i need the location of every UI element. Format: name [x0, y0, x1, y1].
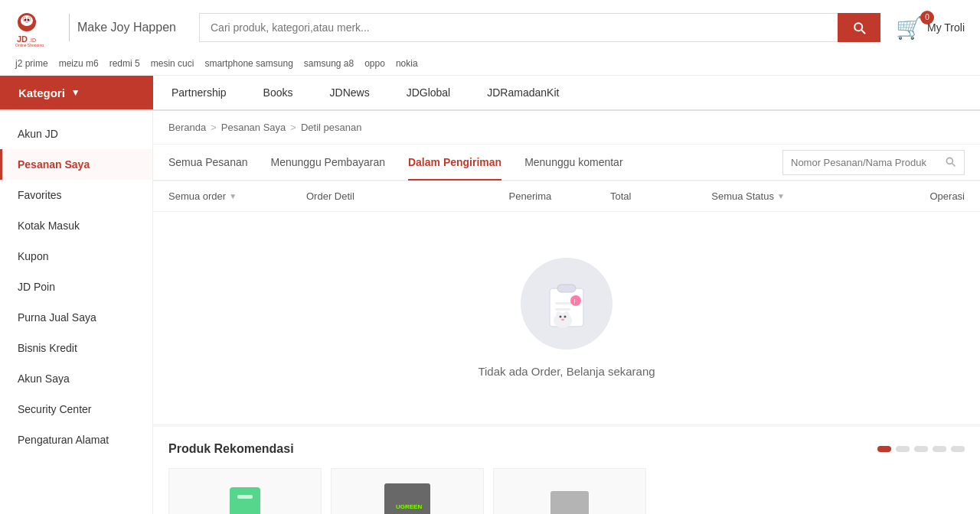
rec-dots	[877, 446, 965, 452]
svg-point-23	[561, 319, 564, 320]
rec-product-3[interactable]	[493, 468, 646, 514]
rec-product-1[interactable]	[168, 468, 322, 514]
rec-products: UGREEN	[168, 468, 965, 514]
svg-rect-15	[555, 308, 570, 311]
sidebar-item-kupon[interactable]: Kupon	[0, 241, 152, 272]
sidebar-item-favorites[interactable]: Favorites	[0, 180, 152, 210]
nav-bar: Kategori ▼ Partnership Books JDNews JDGl…	[0, 76, 980, 111]
main-container: Akun JD Pesanan Saya Favorites Kotak Mas…	[0, 111, 980, 514]
svg-point-4	[24, 19, 27, 21]
rec-title: Produk Rekomendasi	[168, 442, 294, 456]
svg-point-16	[570, 295, 581, 306]
nav-link-partnership[interactable]: Partnership	[153, 76, 245, 109]
nav-link-jdramadankit[interactable]: JDRamadanKit	[469, 76, 577, 109]
sidebar-item-pesanansaya[interactable]: Pesanan Saya	[0, 149, 152, 180]
recommendations-section: Produk Rekomendasi	[153, 424, 980, 514]
svg-point-5	[28, 19, 30, 21]
content-area: Beranda > Pesanan Saya > Detil pesanan S…	[153, 111, 980, 514]
order-search-input[interactable]	[783, 151, 936, 174]
search-tag-samsungA8[interactable]: samsung a8	[304, 58, 354, 69]
nav-link-jdglobal[interactable]: JDGlobal	[388, 76, 469, 109]
th-operasi: Operasi	[864, 190, 965, 202]
rec-header: Produk Rekomendasi	[168, 442, 965, 456]
sidebar-item-securitycenter[interactable]: Security Center	[0, 394, 152, 425]
empty-state: ! Tidak ada Order, Belanja sekarang	[153, 212, 980, 424]
breadcrumb-sep1: >	[211, 122, 217, 133]
th-total: Total	[610, 190, 711, 202]
rec-dot-3[interactable]	[914, 446, 928, 452]
sidebar: Akun JD Pesanan Saya Favorites Kotak Mas…	[0, 111, 153, 514]
order-search-button[interactable]	[936, 151, 964, 174]
sidebar-item-akunjd[interactable]: Akun JD	[0, 119, 152, 149]
header: JD .ID Online Shopping Make Joy Happen 🛒…	[0, 0, 980, 76]
search-tag-j2prime[interactable]: j2 prime	[15, 58, 48, 69]
empty-order-icon: !	[536, 273, 597, 334]
order-tabs: Semua Pesanan Menunggu Pembayaran Dalam …	[153, 145, 980, 181]
header-top: JD .ID Online Shopping Make Joy Happen 🛒…	[0, 0, 980, 55]
search-area	[199, 13, 880, 42]
product-3-image	[539, 480, 600, 514]
logo-area[interactable]: JD .ID Online Shopping Make Joy Happen	[15, 8, 184, 47]
sidebar-item-kotakmasuk[interactable]: Kotak Masuk	[0, 210, 152, 241]
sidebar-item-pengaturanalamat[interactable]: Pengaturan Alamat	[0, 425, 152, 455]
search-tags: j2 prime meizu m6 redmi 5 mesin cuci sma…	[0, 55, 980, 75]
sidebar-item-purnajualsaya[interactable]: Purna Jual Saya	[0, 302, 152, 333]
sidebar-item-akunsaya[interactable]: Akun Saya	[0, 363, 152, 394]
sidebar-item-jdpoin[interactable]: JD Poin	[0, 272, 152, 302]
svg-point-19	[556, 311, 562, 319]
product-2-image: UGREEN	[377, 480, 438, 514]
svg-point-1	[21, 15, 33, 26]
rec-product-2[interactable]: UGREEN	[331, 468, 484, 514]
order-search-area	[782, 150, 965, 175]
rec-dot-5[interactable]	[951, 446, 965, 452]
search-tag-nokia[interactable]: nokia	[396, 58, 418, 69]
breadcrumb-beranda[interactable]: Beranda	[168, 122, 206, 133]
cart-icon: 🛒	[896, 15, 923, 41]
tab-dalam-pengiriman[interactable]: Dalam Pengiriman	[408, 145, 501, 181]
empty-text: Tidak ada Order, Belanja sekarang	[478, 365, 655, 378]
cart-area[interactable]: 🛒 0 My Troli	[896, 15, 965, 41]
semua-status-dropdown-icon: ▼	[777, 192, 785, 200]
tab-menunggu-komentar[interactable]: Menunggu komentar	[524, 145, 622, 181]
kategori-button[interactable]: Kategori ▼	[0, 76, 153, 109]
semua-order-dropdown-icon: ▼	[229, 192, 237, 200]
cart-label: My Troli	[927, 21, 965, 34]
nav-link-books[interactable]: Books	[245, 76, 312, 109]
search-tag-mesinsuci[interactable]: mesin cuci	[151, 58, 194, 69]
rec-dot-1[interactable]	[877, 446, 891, 452]
breadcrumb-current: Detil pesanan	[301, 122, 362, 133]
empty-illustration: !	[521, 258, 612, 350]
logo-tagline: Make Joy Happen	[77, 21, 176, 34]
kategori-arrow-icon: ▼	[71, 87, 80, 98]
svg-rect-25	[237, 495, 253, 499]
svg-text:Online Shopping: Online Shopping	[15, 43, 44, 47]
search-button[interactable]	[838, 13, 880, 42]
search-input[interactable]	[199, 13, 838, 42]
search-tag-oppo[interactable]: oppo	[364, 58, 385, 69]
svg-rect-13	[557, 285, 576, 292]
svg-point-21	[560, 316, 562, 318]
svg-text:UGREEN: UGREEN	[396, 503, 422, 510]
rec-dot-4[interactable]	[933, 446, 946, 452]
breadcrumb-pesanansaya[interactable]: Pesanan Saya	[221, 122, 286, 133]
logo-icon: JD .ID Online Shopping	[15, 8, 61, 47]
tab-menunggu-pembayaran[interactable]: Menunggu Pembayaran	[271, 145, 385, 181]
rec-dot-2[interactable]	[896, 446, 910, 452]
breadcrumb: Beranda > Pesanan Saya > Detil pesanan	[153, 111, 980, 145]
svg-point-10	[946, 158, 952, 164]
svg-rect-28	[550, 491, 589, 514]
sidebar-item-bisniskredit[interactable]: Bisnis Kredit	[0, 333, 152, 363]
nav-link-jdnews[interactable]: JDNews	[312, 76, 388, 109]
kategori-label: Kategori	[18, 86, 65, 99]
search-tag-samsungsmartphone[interactable]: smartphone samsung	[204, 58, 292, 69]
nav-links: Partnership Books JDNews JDGlobal JDRama…	[153, 76, 577, 109]
tab-semua-pesanan[interactable]: Semua Pesanan	[168, 145, 248, 181]
search-tag-redmi5[interactable]: redmi 5	[109, 58, 140, 69]
th-semua-order[interactable]: Semua order ▼	[168, 190, 306, 202]
th-semua-status[interactable]: Semua Status ▼	[711, 190, 863, 202]
svg-line-11	[952, 164, 955, 166]
svg-text:!: !	[573, 298, 576, 305]
breadcrumb-sep2: >	[290, 122, 296, 133]
search-tag-meizum6[interactable]: meizu m6	[59, 58, 99, 69]
logo-divider	[69, 14, 70, 41]
